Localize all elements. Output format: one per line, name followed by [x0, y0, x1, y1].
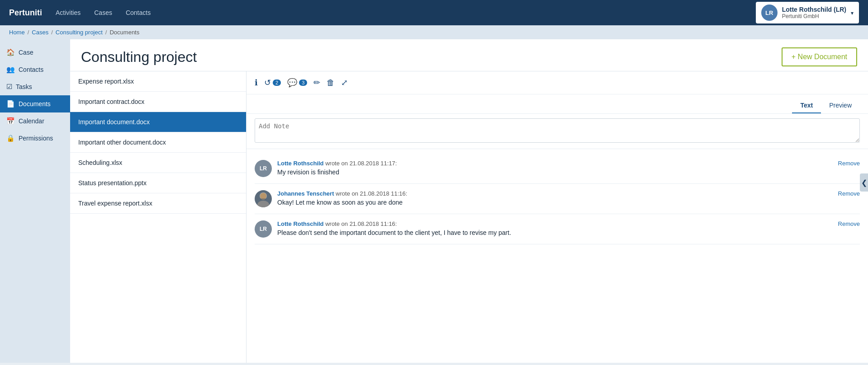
nav-left: Pertuniti Activities Cases Contacts — [9, 8, 151, 18]
tab-preview[interactable]: Preview — [821, 98, 860, 113]
svg-point-1 — [257, 201, 269, 207]
comment-header-3: Lotte Rothschild wrote on 21.08.2018 11:… — [277, 220, 860, 227]
comment-avatar-3: LR — [255, 220, 272, 238]
sidebar-item-contacts[interactable]: 👥 Contacts — [0, 61, 70, 78]
breadcrumb-current: Documents — [109, 29, 139, 36]
body-content: Expense report.xlsx Important contract.d… — [70, 71, 868, 363]
doc-item-expense[interactable]: Expense report.xlsx — [70, 71, 246, 92]
expand-icon: ⤢ — [341, 78, 348, 88]
note-textarea[interactable] — [255, 118, 860, 143]
sidebar: 🏠 Case 👥 Contacts ☑ Tasks 📄 Documents 📅 … — [0, 39, 70, 363]
comment-meta-2: wrote on 21.08.2018 11:16: — [336, 190, 407, 197]
document-list: Expense report.xlsx Important contract.d… — [70, 71, 247, 363]
comment-remove-3[interactable]: Remove — [838, 220, 860, 227]
doc-item-important-doc[interactable]: Important document.docx — [70, 112, 246, 132]
doc-item-other-doc[interactable]: Important other document.docx — [70, 132, 246, 153]
nav-cases[interactable]: Cases — [94, 9, 112, 16]
comment-icon: 💬 — [287, 78, 297, 88]
delete-button[interactable]: 🗑 — [327, 78, 335, 88]
edit-button[interactable]: ✏ — [313, 78, 320, 88]
home-icon: 🏠 — [6, 48, 15, 56]
svg-rect-3 — [260, 198, 266, 200]
note-area — [247, 114, 868, 149]
sidebar-item-permissions[interactable]: 🔒 Permissions — [0, 130, 70, 147]
sidebar-label-documents: Documents — [19, 100, 51, 108]
johannes-avatar-svg — [255, 190, 272, 207]
brand-logo: Pertuniti — [9, 8, 42, 18]
comment-body-2: Johannes Tenschert wrote on 21.08.2018 1… — [277, 190, 860, 206]
calendar-icon: 📅 — [6, 117, 15, 125]
comment-body-3: Lotte Rothschild wrote on 21.08.2018 11:… — [277, 220, 860, 236]
sidebar-item-tasks[interactable]: ☑ Tasks — [0, 78, 70, 95]
info-icon: ℹ — [255, 78, 258, 88]
nav-activities[interactable]: Activities — [56, 9, 81, 16]
comments-section: LR Lotte Rothschild wrote on 21.08.2018 … — [247, 149, 868, 363]
svg-point-2 — [260, 193, 266, 199]
nav-contacts[interactable]: Contacts — [126, 9, 151, 16]
comment-text-1: My revision is finished — [277, 168, 860, 176]
comment-author-2[interactable]: Johannes Tenschert — [277, 190, 334, 197]
expand-button[interactable]: ⤢ — [341, 78, 348, 88]
contacts-icon: 👥 — [6, 66, 15, 74]
user-company: Pertuniti GmbH — [782, 13, 846, 19]
comment-avatar-1: LR — [255, 160, 272, 177]
user-avatar: LR — [761, 5, 778, 21]
breadcrumb-sep-1: / — [28, 29, 29, 36]
lock-icon: 🔒 — [6, 134, 15, 142]
delete-icon: 🗑 — [327, 78, 335, 88]
page-title: Consulting project — [81, 49, 197, 66]
content-area: Consulting project + New Document Expens… — [70, 39, 868, 363]
comment-text-2: Okay! Let me know as soon as you are don… — [277, 199, 860, 206]
user-menu[interactable]: LR Lotte Rothschild (LR) Pertuniti GmbH — [756, 2, 859, 23]
sidebar-label-permissions: Permissions — [19, 135, 53, 142]
doc-tabs: Text Preview — [247, 94, 868, 114]
doc-item-scheduling[interactable]: Scheduling.xlsx — [70, 153, 246, 173]
comment-item-1: LR Lotte Rothschild wrote on 21.08.2018 … — [255, 154, 860, 184]
sidebar-label-case: Case — [19, 49, 33, 56]
history-badge: 2 — [273, 80, 281, 86]
comment-remove-1[interactable]: Remove — [838, 160, 860, 167]
comment-remove-2[interactable]: Remove — [838, 190, 860, 197]
comment-author-1[interactable]: Lotte Rothschild — [277, 160, 324, 167]
page-header: Consulting project + New Document — [70, 39, 868, 71]
sidebar-item-calendar[interactable]: 📅 Calendar — [0, 112, 70, 130]
breadcrumb-cases[interactable]: Cases — [32, 29, 48, 36]
info-button[interactable]: ℹ — [255, 78, 258, 88]
sidebar-item-case[interactable]: 🏠 Case — [0, 44, 70, 61]
comment-text-3: Please don't send the important document… — [277, 229, 860, 236]
user-info: Lotte Rothschild (LR) Pertuniti GmbH — [782, 6, 846, 19]
breadcrumb-sep-3: / — [105, 29, 107, 36]
main-layout: 🏠 Case 👥 Contacts ☑ Tasks 📄 Documents 📅 … — [0, 39, 868, 363]
doc-item-travel-expense[interactable]: Travel expense report.xlsx — [70, 193, 246, 214]
new-document-button[interactable]: + New Document — [782, 47, 857, 66]
breadcrumb-sep-2: / — [51, 29, 53, 36]
history-button[interactable]: ↺ 2 — [264, 78, 281, 88]
chevron-down-icon — [851, 9, 854, 16]
documents-icon: 📄 — [6, 100, 15, 108]
doc-item-status-pres[interactable]: Status presentation.pptx — [70, 173, 246, 193]
sidebar-label-tasks: Tasks — [16, 83, 32, 90]
top-navigation: Pertuniti Activities Cases Contacts LR L… — [0, 0, 868, 25]
tasks-icon: ☑ — [6, 83, 12, 91]
comment-author-3[interactable]: Lotte Rothschild — [277, 220, 324, 227]
comment-header-2: Johannes Tenschert wrote on 21.08.2018 1… — [277, 190, 860, 197]
sidebar-item-documents[interactable]: 📄 Documents — [0, 95, 70, 112]
breadcrumb-home[interactable]: Home — [9, 29, 25, 36]
comment-badge: 3 — [299, 80, 307, 86]
comment-item-3: LR Lotte Rothschild wrote on 21.08.2018 … — [255, 214, 860, 244]
comments-button[interactable]: 💬 3 — [287, 78, 307, 88]
sidebar-label-calendar: Calendar — [19, 117, 44, 125]
comment-meta-3: wrote on 21.08.2018 11:16: — [325, 220, 397, 227]
comment-header-1: Lotte Rothschild wrote on 21.08.2018 11:… — [277, 160, 860, 167]
history-icon: ↺ — [264, 78, 271, 88]
breadcrumb-project[interactable]: Consulting project — [56, 29, 103, 36]
user-name: Lotte Rothschild (LR) — [782, 6, 846, 13]
tab-text[interactable]: Text — [792, 98, 821, 113]
comment-item-2: Johannes Tenschert wrote on 21.08.2018 1… — [255, 184, 860, 214]
doc-toolbar: ℹ ↺ 2 💬 3 ✏ 🗑 — [247, 71, 868, 94]
collapse-panel-arrow[interactable]: ❮ — [860, 173, 868, 192]
doc-item-contract[interactable]: Important contract.docx — [70, 92, 246, 112]
sidebar-label-contacts: Contacts — [19, 66, 43, 73]
comment-body-1: Lotte Rothschild wrote on 21.08.2018 11:… — [277, 160, 860, 176]
comment-meta-1: wrote on 21.08.2018 11:17: — [325, 160, 397, 167]
